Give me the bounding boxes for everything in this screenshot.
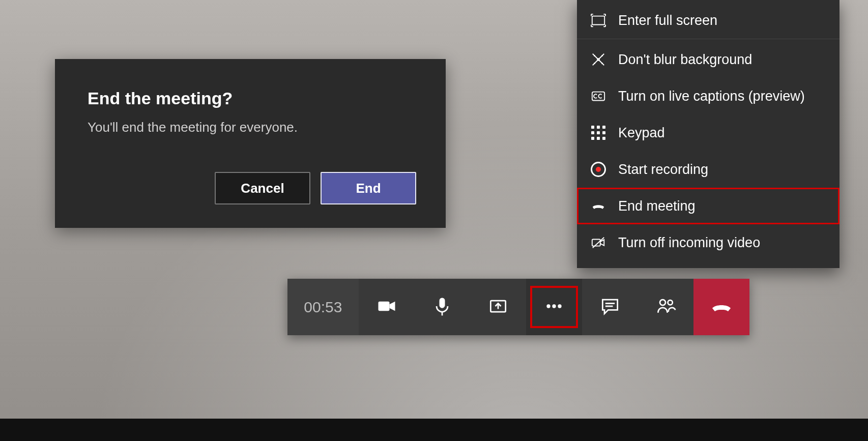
chat-button[interactable]	[582, 279, 638, 335]
cancel-button[interactable]: Cancel	[215, 172, 310, 204]
menu-item-captions[interactable]: Turn on live captions (preview)	[577, 78, 840, 114]
chat-icon	[599, 295, 621, 319]
people-icon	[654, 295, 677, 319]
dialog-actions: Cancel End	[215, 172, 416, 204]
menu-item-blur[interactable]: Don't blur background	[577, 41, 840, 78]
menu-item-label: End meeting	[618, 198, 696, 214]
svg-rect-10	[440, 298, 445, 308]
menu-item-record[interactable]: Start recording	[577, 151, 840, 188]
fullscreen-icon	[590, 12, 607, 29]
menu-item-label: Turn off incoming video	[618, 235, 760, 251]
svg-rect-9	[378, 301, 389, 310]
camera-icon	[375, 295, 398, 319]
menu-separator	[577, 39, 840, 39]
more-icon	[543, 295, 565, 319]
menu-item-label: Turn on live captions (preview)	[618, 89, 805, 104]
blur-icon	[590, 51, 607, 68]
meeting-toolbar: 00:53	[287, 279, 749, 335]
call-timer: 00:53	[287, 279, 359, 335]
menu-item-fullscreen[interactable]: Enter full screen	[577, 2, 840, 39]
mic-icon	[431, 295, 453, 319]
share-screen-icon	[487, 295, 509, 319]
menu-item-label: Don't blur background	[618, 52, 752, 68]
svg-point-19	[668, 300, 673, 305]
mic-button[interactable]	[414, 279, 470, 335]
svg-point-3	[601, 55, 603, 56]
svg-point-18	[660, 300, 666, 305]
svg-point-14	[552, 304, 556, 308]
hangup-button-icon	[709, 294, 734, 320]
more-actions-menu: Enter full screen Don't blur background …	[577, 0, 840, 268]
dialog-title: End the meeting?	[88, 89, 413, 108]
keypad-icon	[590, 124, 607, 141]
menu-item-incoming-video-off[interactable]: Turn off incoming video	[577, 224, 840, 261]
menu-item-end-meeting[interactable]: End meeting	[577, 188, 840, 224]
captions-icon	[590, 87, 607, 105]
end-button[interactable]: End	[321, 172, 416, 204]
svg-point-4	[594, 63, 595, 64]
svg-point-13	[546, 304, 550, 308]
record-icon	[590, 161, 607, 178]
menu-item-label: Start recording	[618, 162, 708, 178]
hangup-icon	[590, 197, 607, 215]
letterbox-bottom	[0, 419, 868, 441]
share-button[interactable]	[470, 279, 526, 335]
camera-button[interactable]	[359, 279, 415, 335]
menu-item-keypad[interactable]: Keypad	[577, 114, 840, 151]
menu-item-label: Enter full screen	[618, 13, 717, 28]
svg-point-5	[601, 63, 603, 64]
dialog-message: You'll end the meeting for everyone.	[88, 120, 413, 135]
menu-item-label: Keypad	[618, 125, 665, 141]
end-button-label: End	[356, 181, 381, 196]
video-off-icon	[590, 234, 607, 251]
svg-rect-0	[592, 16, 604, 25]
more-button[interactable]	[526, 279, 582, 335]
end-meeting-dialog: End the meeting? You'll end the meeting …	[55, 59, 446, 228]
svg-point-15	[558, 304, 561, 308]
cancel-button-label: Cancel	[241, 181, 284, 196]
hangup-button[interactable]	[693, 279, 749, 335]
svg-point-1	[597, 58, 600, 61]
svg-point-2	[594, 55, 595, 56]
people-button[interactable]	[638, 279, 694, 335]
